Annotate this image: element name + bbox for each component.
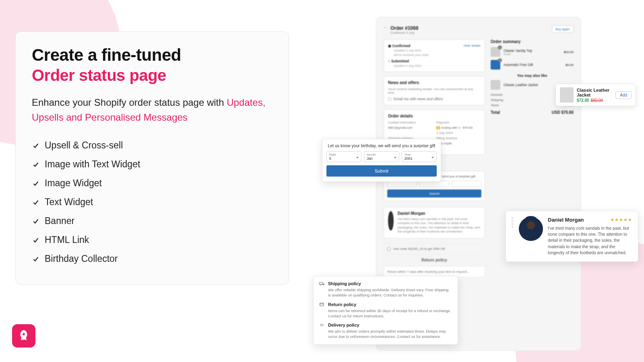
info-icon <box>387 247 391 251</box>
shipping-policy-heading: Shipping policy <box>328 281 361 286</box>
confirmed-note: We've received your order. <box>394 53 481 57</box>
delivery-icon <box>319 323 325 327</box>
hide-details-link[interactable]: Hide details <box>464 44 481 48</box>
truck-icon <box>319 281 325 286</box>
news-checkbox-label: Email me with news and offers <box>394 97 443 101</box>
check-icon <box>32 198 40 206</box>
birthday-popover: Let us know your birthday, we will send … <box>322 139 441 182</box>
feature-label: Banner <box>45 216 74 226</box>
item-price: $0.00 <box>566 63 574 67</box>
feature-label: HTML Link <box>45 234 89 245</box>
svg-point-1 <box>320 284 321 285</box>
hero-description: Enhance your Shopify order status page w… <box>32 95 272 125</box>
birthday-prompt: Let us know your birthday, we will send … <box>326 143 437 148</box>
status-card: ◉ ConfirmedHide details Updated 3 July 2… <box>384 39 485 72</box>
hero-title-line1: Create a fine-tuned <box>32 45 272 65</box>
feature-list: Upsell & Cross-sell Image with Text Widg… <box>32 136 272 268</box>
item-name: Automatic Free Gift <box>504 63 562 67</box>
back-arrow-icon[interactable]: ← <box>384 25 387 35</box>
review-text: I've tried many cork sandals in the past… <box>548 225 632 256</box>
feature-item: Birthday Collector <box>32 249 272 268</box>
policy-item: Return policy Items can be returned with… <box>319 302 452 319</box>
return-policy-heading: Return policy <box>328 302 356 307</box>
item-price: $60.00 <box>564 50 574 54</box>
check-icon <box>32 236 40 244</box>
return-policy-heading: Return policy <box>384 255 485 264</box>
date-dropdown[interactable]: Date5 <box>326 151 361 162</box>
feature-item: Banner <box>32 212 272 230</box>
month-dropdown[interactable]: MonthJan <box>364 151 399 162</box>
policy-item: Delivery policy We aim to deliver orders… <box>319 323 452 339</box>
date-label: Date <box>329 153 359 156</box>
month-label: Month <box>367 153 396 156</box>
confirmed-date: Updated 3 July 2024 <box>394 49 481 52</box>
item-thumb <box>491 80 500 90</box>
coupon-row: Use code SQUID_10 to get 10% Off. <box>384 243 485 255</box>
policy-item: Shipping policy We offer reliable shippi… <box>319 281 452 298</box>
svg-rect-0 <box>320 282 323 284</box>
submitted-label: ○ Submitted <box>388 59 409 63</box>
check-icon <box>32 160 40 169</box>
feature-item: Image with Text Widget <box>32 155 272 174</box>
gift-icon: 1 <box>491 60 500 70</box>
check-icon <box>32 142 40 150</box>
hero-title-line2: Order status page <box>32 66 272 84</box>
policy-mini: Return within 7 days after receiving you… <box>384 266 485 277</box>
news-title: News and offers <box>388 80 481 85</box>
payment-heading: Payment <box>436 121 481 124</box>
year-label: Year <box>405 153 434 156</box>
feature-item: HTML Link <box>32 230 272 249</box>
shipping-policy-text: We offer reliable shipping worldwide. De… <box>328 287 452 298</box>
subtotal-label: Subtotal <box>491 93 502 97</box>
taxes-label: Taxes <box>491 103 499 107</box>
delivery-policy-heading: Delivery policy <box>328 323 359 327</box>
news-checkbox[interactable] <box>388 97 391 101</box>
payment-date: 3 July 2024 <box>436 131 481 135</box>
review-mini-name: Daniel Morgan <box>398 211 481 216</box>
year-value: 2001 <box>405 156 434 160</box>
delivery-policy-text: We aim to deliver orders promptly within… <box>328 329 452 339</box>
avatar <box>388 211 394 230</box>
payment-value: ▮ending with 1 · $70.80 <box>436 126 481 130</box>
product-thumb <box>560 87 574 103</box>
review-mini-card: Daniel MorganI've tried many cork sandal… <box>384 207 485 239</box>
item-name: Classic Varsity Top <box>504 49 561 53</box>
news-card: News and offers You'll receive marketing… <box>384 76 485 105</box>
shipping-label: Shipping <box>491 98 503 102</box>
check-icon <box>32 179 40 187</box>
review-mini-text: I've tried many cork sandals in the past… <box>398 217 481 234</box>
feature-label: Image Widget <box>45 178 102 189</box>
bill-heading: Billing address <box>436 136 481 140</box>
add-button[interactable]: Add <box>615 91 632 99</box>
bday-mini-year[interactable] <box>452 181 481 187</box>
svg-rect-3 <box>320 303 324 306</box>
item-thumb: 1 <box>491 47 500 57</box>
item-variant: Small <box>504 53 561 56</box>
news-note: You'll receive marketing emails. You can… <box>388 87 481 95</box>
hero-desc-pre: Enhance your Shopify order status page w… <box>32 97 227 108</box>
summary-item: 1 Classic Varsity TopSmall $60.00 <box>491 47 574 57</box>
feature-item: Text Widget <box>32 193 272 212</box>
confirmed-label: ◉ Confirmed <box>388 44 411 48</box>
svg-point-2 <box>323 284 324 285</box>
year-dropdown[interactable]: Year2001 <box>402 151 437 162</box>
feature-label: Upsell & Cross-sell <box>45 140 123 151</box>
bill-name: John Hyatt <box>436 142 481 145</box>
policy-popover: Shipping policy We offer reliable shippi… <box>313 276 458 345</box>
return-policy-text: Items can be returned within 30 days of … <box>328 308 452 319</box>
submit-button[interactable]: Submit <box>326 165 437 177</box>
check-icon <box>32 255 40 263</box>
bday-mini-submit[interactable]: Submit <box>387 189 481 197</box>
buy-again-button[interactable]: Buy again <box>552 25 574 33</box>
feature-label: Birthday Collector <box>45 253 118 264</box>
check-icon <box>32 217 40 225</box>
submitted-date: Updated 3 July 2024 <box>394 64 481 68</box>
drag-handle-icon[interactable] <box>512 217 514 256</box>
feature-item: Upsell & Cross-sell <box>32 136 272 155</box>
order-subtitle: Confirmed 3 July <box>390 31 418 35</box>
contact-value: ABC@gmail.com <box>388 126 432 130</box>
box-icon <box>319 302 325 307</box>
rocket-icon <box>17 329 31 343</box>
star-rating-icon: ★★★★★ <box>610 217 632 222</box>
upsell-sale-price: $72.00 <box>577 98 589 103</box>
